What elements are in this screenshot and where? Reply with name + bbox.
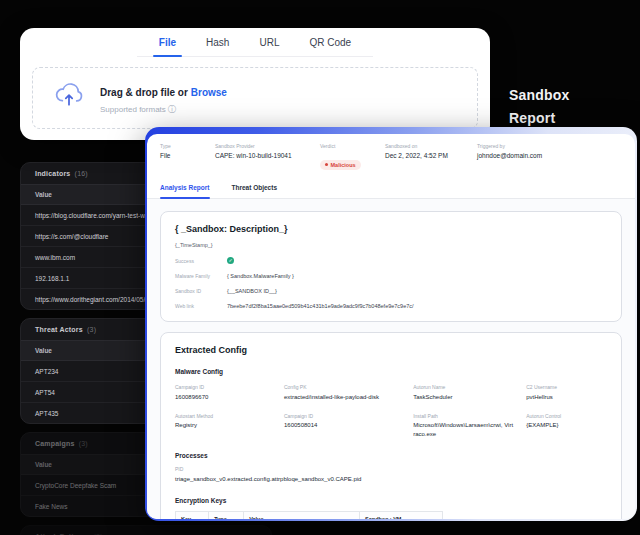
meta-type: Type File [160,143,215,170]
config-field: Campaign ID 1600508014 [284,413,401,440]
dropzone-text: Drag & drop file orBrowse Supported form… [100,82,227,115]
field-value: { Sandbox.MalwareFamily } [227,273,294,279]
section-title-text: Indicators [35,170,70,177]
table-header-row: Key Type Value Sandbox : VM [176,511,443,519]
info-icon[interactable]: ⓘ [168,105,176,114]
meta-label: Sandboxed on [385,143,477,149]
field-value: {__SANDBOX ID__} [227,288,277,294]
config-label: Campaign ID [284,413,401,419]
meta-label: Sandbox Provider [215,143,320,149]
cloud-upload-icon [53,80,85,116]
config-field: Config PK extracted/installed-like-paylo… [284,384,401,402]
supported-formats: Supported formatsⓘ [100,104,227,115]
upload-panel: File Hash URL QR Code Drag & drop file o… [20,28,490,140]
meta-sandbox-provider: Sandbox Provider CAPE: win-10-build-1904… [215,143,320,170]
config-field: C2 Username pvtHellrus [526,384,607,402]
upload-tabs: File Hash URL QR Code [137,28,373,57]
tab-analysis-report[interactable]: Analysis Report [160,177,210,198]
report-body: { _Sandbox: Description_} {_TimeStamp_} … [147,199,635,519]
encryption-keys-title: Encryption Keys [175,497,607,504]
dropzone-title: Drag & drop file or [100,87,188,98]
malware-config-grid: Campaign ID 1600896670 Config PK extract… [175,384,607,439]
section-count: (3) [87,326,96,333]
config-label: Autorun Control [526,413,607,419]
verdict-badge: Malicious [320,160,361,170]
column-header-value: Value [244,511,360,519]
column-header-type: Type [209,511,244,519]
report-tabs: Analysis Report Threat Objects [147,177,635,199]
pid-value: triage_sandbox_v0.extracted.config.attrp… [175,475,607,484]
config-field: Autorun Control {EXAMPLE} [526,413,607,440]
config-field: Campaign ID 1600896670 [175,384,272,402]
meta-label: Type [160,143,215,149]
tab-qr-code[interactable]: QR Code [309,37,351,56]
extracted-config-title: Extracted Config [175,345,607,355]
file-dropzone[interactable]: Drag & drop file orBrowse Supported form… [32,67,478,129]
field-label: Sandbox ID [175,288,227,294]
sandbox-report-card: Type File Sandbox Provider CAPE: win-10-… [147,134,635,519]
config-value: pvtHellrus [526,393,607,402]
report-meta-row: Type File Sandbox Provider CAPE: win-10-… [147,134,635,177]
meta-label: Verdict [320,143,385,149]
config-label: Autorun Name [413,384,514,390]
tab-threat-objects[interactable]: Threat Objects [232,177,278,198]
web-link-value[interactable]: 7beebe7df2f8ba15aae0ed509b41c431b1e9ade9… [227,303,414,309]
description-field-row: Malware Family { Sandbox.MalwareFamily } [175,273,607,279]
section-count: (16) [75,170,88,177]
pid-label: PID [175,466,607,472]
meta-triggered-by: Triggered by johndoe@domain.com [477,143,635,170]
field-label: Web link [175,303,227,309]
config-label: Install Path [413,413,514,419]
meta-verdict: Verdict Malicious [320,143,385,170]
config-value: Registry [175,421,272,430]
column-header-key: Key [176,511,209,519]
config-value: extracted/installed-like-payload-disk [284,393,401,402]
meta-value: Dec 2, 2022, 4:52 PM [385,152,477,159]
processes-title: Processes [175,452,607,459]
meta-value: File [160,152,215,159]
column-header-sandbox-vm: Sandbox : VM [360,511,443,519]
status-row: Success ✓ [175,257,607,264]
description-title: { _Sandbox: Description_} [175,224,607,234]
success-check-icon: ✓ [227,257,234,264]
config-value: TaskScheduler [413,393,514,402]
malware-config-title: Malware Config [175,368,607,375]
config-value: Microsoft\Windows\Larsaem\crwi, Virtraco… [413,421,514,439]
config-label: Config PK [284,384,401,390]
config-value: 1600896670 [175,393,272,402]
attack-patterns-section: Attack Patterns (2) [20,525,272,535]
sandbox-report-panel: Type File Sandbox Provider CAPE: win-10-… [145,127,637,521]
config-value: 1600508014 [284,421,401,430]
attack-patterns-section-title: Attack Patterns (2) [21,526,271,535]
meta-value: CAPE: win-10-build-19041 [215,152,320,159]
page-title: Sandbox Report [509,84,579,130]
config-label: Autostart Method [175,413,272,419]
status-label: Success [175,258,227,264]
description-field-row: Web link 7beebe7df2f8ba15aae0ed509b41c43… [175,303,607,309]
sandbox-description-box: { _Sandbox: Description_} {_TimeStamp_} … [160,211,622,322]
config-field: Autostart Method Registry [175,413,272,440]
encryption-keys-table: Key Type Value Sandbox : VM aes_key aes.… [175,511,443,520]
app-canvas: Indicators (16) Value https://blog.cloud… [0,0,640,535]
extracted-config-box: Extracted Config Malware Config Campaign… [160,332,622,519]
config-value: {EXAMPLE} [526,421,607,430]
verdict-text: Malicious [331,162,356,168]
description-field-row: Sandbox ID {__SANDBOX ID__} [175,288,607,294]
tab-file[interactable]: File [159,37,176,56]
config-field: Autorun Name TaskScheduler [413,384,514,402]
section-title-text: Campaigns [35,440,75,447]
meta-value: johndoe@domain.com [477,152,635,159]
supported-formats-label: Supported formats [100,105,166,114]
section-title-text: Threat Actors [35,326,83,333]
browse-link[interactable]: Browse [191,87,227,98]
field-label: Malware Family [175,273,227,279]
section-count: (3) [79,440,88,447]
meta-label: Triggered by [477,143,635,149]
config-label: C2 Username [526,384,607,390]
tab-hash[interactable]: Hash [206,37,229,56]
malicious-dot-icon [325,163,328,166]
description-timestamp: {_TimeStamp_} [175,242,607,248]
meta-sandboxed-on: Sandboxed on Dec 2, 2022, 4:52 PM [385,143,477,170]
tab-url[interactable]: URL [259,37,279,56]
config-field: Install Path Microsoft\Windows\Larsaem\c… [413,413,514,440]
